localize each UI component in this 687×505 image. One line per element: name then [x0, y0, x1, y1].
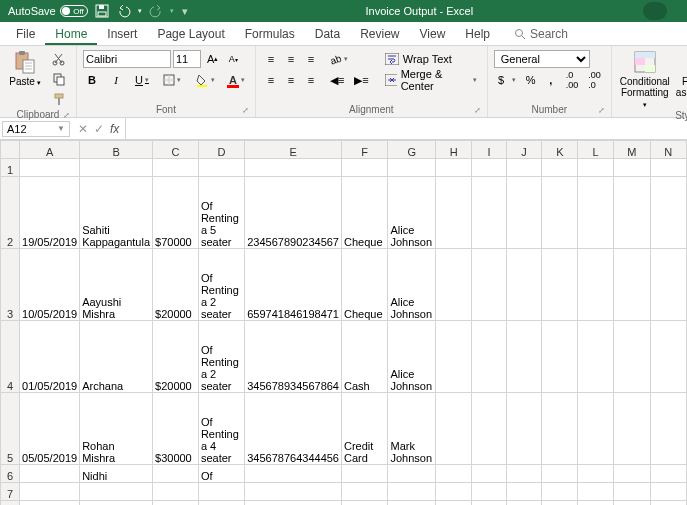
cell[interactable] [506, 501, 541, 506]
tell-me-search[interactable]: Search [514, 27, 568, 41]
cell[interactable]: Cheque [341, 177, 388, 249]
cell[interactable] [578, 321, 614, 393]
cell[interactable]: 19/05/2019 [20, 177, 80, 249]
cell[interactable] [650, 465, 686, 483]
cell[interactable] [388, 465, 436, 483]
cell[interactable] [578, 249, 614, 321]
italic-button[interactable]: I [107, 71, 125, 89]
cell[interactable] [613, 465, 650, 483]
cell[interactable]: 345678764344456 [245, 393, 342, 465]
cell[interactable] [80, 501, 153, 506]
row-header[interactable]: 8 [1, 501, 20, 506]
format-as-table-button[interactable]: Format as Table ▾ [676, 48, 687, 98]
cell[interactable] [436, 249, 472, 321]
cell[interactable]: Of Renting a 5 seater [198, 177, 244, 249]
col-header[interactable]: H [436, 141, 472, 159]
cell[interactable] [436, 159, 472, 177]
col-header[interactable]: M [613, 141, 650, 159]
cell[interactable] [542, 249, 578, 321]
cell[interactable] [472, 501, 507, 506]
tab-home[interactable]: Home [45, 23, 97, 45]
tab-formulas[interactable]: Formulas [235, 23, 305, 45]
cell[interactable] [436, 321, 472, 393]
cell[interactable] [650, 501, 686, 506]
comma-format-button[interactable]: , [542, 71, 560, 89]
cell[interactable] [506, 393, 541, 465]
cell[interactable]: Sahiti Kappagantula [80, 177, 153, 249]
cell[interactable] [436, 483, 472, 501]
cell[interactable]: 345678934567864 [245, 321, 342, 393]
cell[interactable] [542, 465, 578, 483]
decrease-decimal-button[interactable]: .00.0 [584, 71, 605, 89]
profile-avatar[interactable] [643, 2, 667, 20]
alignment-launcher-icon[interactable]: ⤢ [474, 106, 481, 115]
tab-file[interactable]: File [6, 23, 45, 45]
fill-color-button[interactable] [191, 71, 219, 89]
cell[interactable] [80, 159, 153, 177]
border-button[interactable] [159, 71, 185, 89]
cell[interactable] [20, 159, 80, 177]
cell[interactable] [472, 465, 507, 483]
cell[interactable] [20, 483, 80, 501]
row-header[interactable]: 7 [1, 483, 20, 501]
cell[interactable] [198, 483, 244, 501]
col-header[interactable]: F [341, 141, 388, 159]
align-bottom-button[interactable]: ≡ [302, 50, 320, 68]
cell[interactable]: 05/05/2019 [20, 393, 80, 465]
cell[interactable]: Nidhi [80, 465, 153, 483]
col-header[interactable]: D [198, 141, 244, 159]
cell[interactable] [472, 321, 507, 393]
cell[interactable] [650, 249, 686, 321]
col-header[interactable]: B [80, 141, 153, 159]
cell[interactable]: Of [198, 465, 244, 483]
cell[interactable] [650, 159, 686, 177]
cell[interactable] [436, 465, 472, 483]
cell[interactable] [578, 483, 614, 501]
formula-bar[interactable] [125, 118, 687, 139]
cell[interactable] [472, 393, 507, 465]
cell[interactable] [436, 177, 472, 249]
increase-decimal-button[interactable]: .0.00 [562, 71, 583, 89]
insert-function-icon[interactable]: fx [110, 122, 119, 136]
cell[interactable] [472, 249, 507, 321]
tab-data[interactable]: Data [305, 23, 350, 45]
cell[interactable] [578, 465, 614, 483]
save-icon[interactable] [94, 3, 110, 19]
format-painter-button[interactable] [48, 90, 70, 108]
cell[interactable] [578, 159, 614, 177]
enter-formula-icon[interactable]: ✓ [94, 122, 104, 136]
align-center-button[interactable]: ≡ [282, 71, 300, 89]
col-header[interactable]: J [506, 141, 541, 159]
cell[interactable] [198, 159, 244, 177]
cell[interactable] [613, 249, 650, 321]
cell[interactable]: $30000 [153, 393, 199, 465]
cell[interactable]: Of Renting a 2 seater [198, 321, 244, 393]
cell[interactable] [613, 393, 650, 465]
font-size-select[interactable] [173, 50, 201, 68]
cell[interactable]: Rohan Mishra [80, 393, 153, 465]
cell[interactable] [650, 177, 686, 249]
cell[interactable] [341, 501, 388, 506]
cell[interactable]: Aayushi Mishra [80, 249, 153, 321]
cell[interactable] [388, 501, 436, 506]
cell[interactable]: $20000 [153, 249, 199, 321]
name-box[interactable]: A12▼ [2, 121, 70, 137]
accounting-format-button[interactable]: $ [494, 71, 520, 89]
col-header[interactable]: N [650, 141, 686, 159]
cell[interactable] [650, 321, 686, 393]
underline-button[interactable]: U [131, 71, 153, 89]
cell[interactable]: Of Renting a 2 seater [198, 249, 244, 321]
cell[interactable] [650, 393, 686, 465]
tab-insert[interactable]: Insert [97, 23, 147, 45]
cell[interactable] [542, 177, 578, 249]
cell[interactable] [578, 393, 614, 465]
cell[interactable] [20, 465, 80, 483]
tab-help[interactable]: Help [455, 23, 500, 45]
cell[interactable] [388, 159, 436, 177]
tab-view[interactable]: View [410, 23, 456, 45]
cell-grid[interactable]: ABCDEFGHIJKLMN1219/05/2019Sahiti Kappaga… [0, 140, 687, 505]
cell[interactable]: Alice Johnson [388, 177, 436, 249]
cell[interactable] [245, 483, 342, 501]
cell[interactable] [578, 501, 614, 506]
tab-review[interactable]: Review [350, 23, 409, 45]
